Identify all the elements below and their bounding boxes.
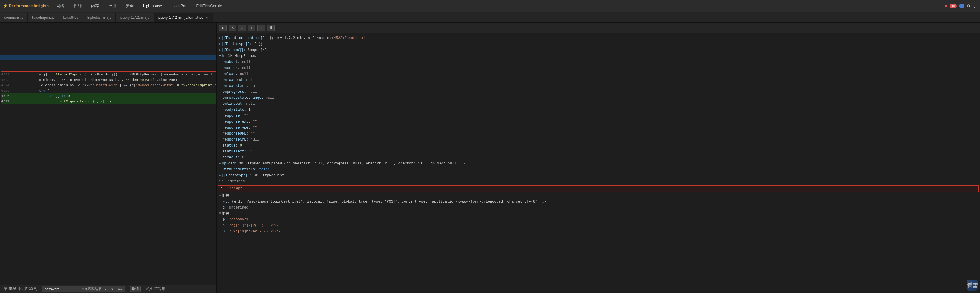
expand-icon[interactable]: ▶ [219,41,221,47]
collapse-icon[interactable]: ▼ [219,211,221,216]
table-row: 4544 n = t2RecordImprint(h.responseXML), [0,190,216,196]
status-bar: 第 4526 行，第 30 列 4 条匹配结果 ▲ ▼ Aa 取消 置换: 不适… [0,285,216,293]
table-row: 4516 send: function(g) { [0,39,216,44]
table-row: 4513 if (!c.crossDomain || f.support.cor… [0,23,216,28]
table-row: 4515 return t2RecordImprint({ [0,33,216,39]
step-out-btn[interactable]: ↑ [248,25,255,31]
list-item[interactable]: ▶ c: {url: '/sso/image/loginCertTiket', … [216,199,980,205]
tab-base64[interactable]: base64.js [59,13,83,22]
table-row: 4531 Array.from(arguments.map(t2RecordIm… [0,120,216,126]
expand-icon[interactable]: ▶ [219,173,221,178]
table-row: 4545 n && n.documentElement && (m.xml = … [0,196,216,201]
step-into-btn[interactable]: ↓ [238,25,246,31]
code-lines: 4513 if (!c.crossDomain || f.support.cor… [0,23,216,212]
arrow-up-icon[interactable]: ▲ [103,287,108,291]
list-item: onprogress: null [216,89,980,95]
tab-traceimprint[interactable]: traceImprint.js [28,13,59,22]
menu-item-lighthouse[interactable]: Lighthouse [141,2,164,9]
table-row: 4541 j = t2RecordImprint(h.status), [0,174,216,180]
table-row: 4525 try { [1,88,216,93]
expand-icon[interactable]: ▶ [223,199,225,204]
table-row: 4519 c.username ? h.open(c.type, c.url, … [0,55,216,60]
menu-bar: ⚡ Performance insights 网络 性能 内存 应用 安全 Li… [0,0,980,12]
table-row: 4517 Array.from(arguments.map(t2RecordIm… [0,44,216,49]
watermark-logo: 看雪 [967,280,978,291]
expand-icon[interactable]: ▶ [219,161,221,166]
list-item: onloadend: null [216,77,980,83]
list-item: onload: null [216,71,980,77]
table-row: 4514 var d; [0,28,216,33]
closure-2-header[interactable]: ▼ 闭包 [216,211,980,217]
list-item[interactable]: ▶ [[Prototype]] : f () [216,41,980,47]
title-icon: ⚡ [3,3,8,8]
expand-icon[interactable]: ▶ [219,48,221,53]
editor-panel: 4513 if (!c.crossDomain || f.support.cor… [0,23,216,293]
list-item: A: /^([\.]*)?(?(\.(.+))?$/ [216,223,980,228]
expand-icon[interactable]: ▶ [219,35,221,41]
collapse-icon[interactable]: ▼ [219,54,221,59]
tab-tripledes[interactable]: tripledes-min.js [83,13,116,22]
table-row: 4528 } catch (k) {} [0,105,216,110]
close-tab-icon[interactable]: ✕ [205,16,208,20]
menu-item-hackbar[interactable]: HackBar [170,2,189,9]
table-row: 4536 1 && (h.onreadystatechange = t2Reco… [0,147,216,153]
more-icon[interactable]: ⋮ [972,3,977,9]
list-item: status: 0 [216,143,980,149]
arrow-down-icon[interactable]: ▼ [110,287,115,291]
table-row: 4518 var h = t2RecordImprint(c.xhr()), i… [0,49,216,55]
list-item[interactable]: ▶ [[Prototype]]: XMLHttpRequest [216,173,980,179]
collapse-icon[interactable]: ▼ [219,193,221,198]
list-item: j: "Accept" [218,185,978,192]
search-input[interactable] [44,287,80,291]
list-item[interactable]: ▼ h : XMLHttpRequest [216,53,980,59]
menu-item-performance[interactable]: 性能 [72,2,83,10]
table-row: 4521 for (j in c.xhrFields) j = "Accept" [0,66,216,71]
table-row: 4547 m.text = t2RecordImprint(h.response… [0,206,216,212]
scope-tree[interactable]: ▶ [[FunctionLocation]] : jquery-1.7.2.mi… [216,33,980,293]
list-item: $: /<tbody/i [216,217,980,223]
table-row: 4524 !c.crossDomain && !e["X-Requested-W… [1,82,216,88]
list-item[interactable]: ▶ upload: XMLHttpRequestUpload {onloadst… [216,160,980,166]
match-count: 4 条匹配结果 [82,287,101,291]
table-row: 4542 k = t2RecordImprint(h.getAllRespons… [0,180,216,185]
list-item: response: "" [216,113,980,119]
tab-commons[interactable]: commons.js [0,13,28,22]
step-over-btn[interactable]: ⤼ [229,25,236,31]
red-dot-icon: ● [945,3,947,8]
closure-header[interactable]: ▼ 闭包 [216,193,980,199]
blue-badge: 1 [959,4,964,8]
watermark: 看雪 [967,280,978,291]
table-row: 4534 if (d && (e || h.readyState === 4))… [0,137,216,142]
menu-bar-right: ● 10 1 ⚙ ⋮ [945,3,977,9]
right-red-box: j: "Accept" [218,185,979,192]
menu-item-editthiscookie[interactable]: EditThisCookie [194,2,224,9]
menu-item-memory[interactable]: 内存 [89,2,101,10]
red-badge: 10 [950,4,957,8]
replace-status: 置换: 不适用 [145,287,165,291]
table-row: 4527 h.setRequestHeader(j, e[j]) [1,98,216,104]
step-btn[interactable]: → [257,25,265,31]
table-row: 4538 if (e) [0,158,216,163]
list-item[interactable]: ▶ [[Scopes]] : Scopes[4] [216,47,980,53]
menu-item-security[interactable]: 安全 [124,2,135,10]
cancel-search-button[interactable]: 取消 [130,286,141,292]
menu-item-network[interactable]: 网络 [55,2,66,10]
table-row: 4523 c.mimeType && !c.overrideMimeType &… [1,77,216,82]
right-panel: ▶ ⤼ ↓ ↑ → ⏸ ▶ [[FunctionLocation]] : jqu… [216,23,980,293]
settings-icon[interactable]: ⚙ [967,3,970,9]
list-item: readyState: 1 [216,107,980,113]
list-item: responseURL: "" [216,131,980,137]
list-item: withCredentials: false [216,166,980,173]
tab-jquery172[interactable]: jquery-1.7.2.min.js [116,13,154,22]
tab-jquery172-formatted[interactable]: jquery-1.7.2.min.js:formatted ✕ [154,13,213,22]
case-sensitive-btn[interactable]: Aa [116,287,123,291]
cursor-position: 第 4526 行，第 30 列 [3,287,37,291]
code-area[interactable]: 4513 if (!c.crossDomain || f.support.cor… [0,23,216,285]
list-item[interactable]: ▶ [[FunctionLocation]] : jquery-1.7.2.mi… [216,35,980,41]
menu-item-application[interactable]: 应用 [107,2,118,10]
table-row: 4543 l = t2RecordImprint({}), [0,185,216,190]
resume-btn[interactable]: ▶ [219,25,227,31]
table-row: 4529 c.send(c.hasContent && c.data || nu… [0,110,216,115]
list-item: i: undefined [216,179,980,184]
deactivate-btn[interactable]: ⏸ [267,25,275,31]
